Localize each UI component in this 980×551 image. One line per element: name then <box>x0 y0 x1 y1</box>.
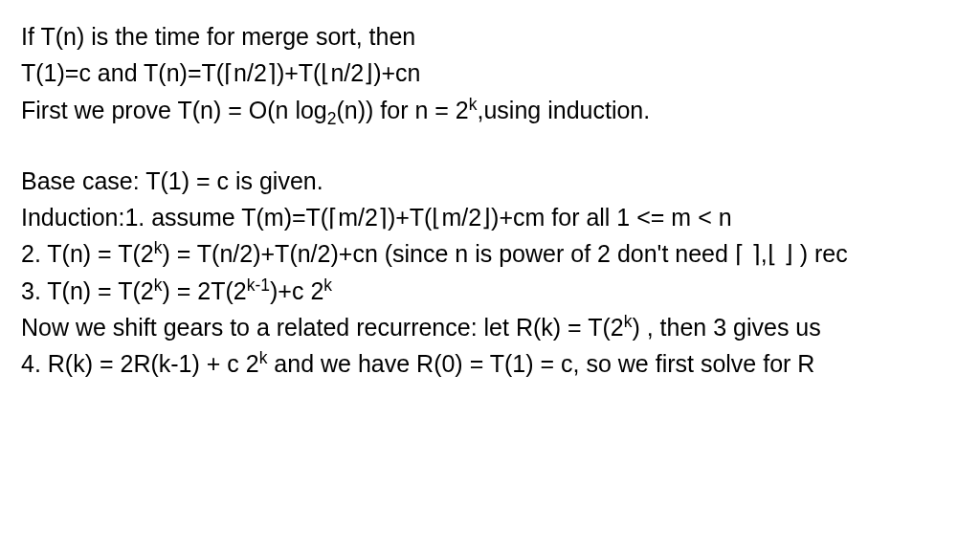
text: )+c 2 <box>270 277 323 304</box>
floor-open: ⌊ <box>768 240 777 267</box>
floor-open: ⌊ <box>321 59 330 86</box>
proof-line-7: 3. T(n) = T(2k) = 2T(2k-1)+c 2k <box>21 274 959 308</box>
text: (n)) for n = 2 <box>337 97 469 123</box>
superscript: k-1 <box>247 275 270 294</box>
superscript: k <box>469 94 478 113</box>
text: m/2 <box>441 204 481 231</box>
text: n/2 <box>234 59 267 86</box>
text: )+T( <box>277 59 322 86</box>
ceil-open: ⌈ <box>224 59 234 86</box>
text: ,using induction. <box>478 97 651 123</box>
text: )+T( <box>388 204 433 231</box>
proof-line-6: 2. T(n) = T(2k) = T(n/2)+T(n/2)+cn (sinc… <box>21 236 959 271</box>
text: Now we shift gears to a related recurren… <box>21 314 624 341</box>
text: m/2 <box>338 204 378 231</box>
text <box>745 240 751 267</box>
text: T(1)=c and T(n)=T( <box>21 59 224 86</box>
proof-line-1: If T(n) is the time for merge sort, then <box>21 19 959 54</box>
text: 4. R(k) = 2R(k-1) + c 2 <box>21 350 259 377</box>
spacer <box>21 129 959 164</box>
floor-open: ⌊ <box>432 204 441 231</box>
proof-line-5: Induction:1. assume T(m)=T(⌈m/2⌉)+T(⌊m/2… <box>21 200 959 234</box>
ceil-open: ⌈ <box>328 204 338 231</box>
superscript: k <box>323 275 332 294</box>
text: First we prove T(n) = O(n log <box>21 97 327 123</box>
text <box>777 240 784 267</box>
text: n/2 <box>330 59 364 86</box>
text: )+cm for all 1 <= m < n <box>491 204 732 231</box>
text: ) , then 3 gives us <box>632 314 820 341</box>
text: Induction:1. assume T(m)=T( <box>21 204 328 231</box>
ceil-open: ⌈ <box>735 240 745 267</box>
ceil-close: ⌉ <box>378 204 388 231</box>
floor-close: ⌋ <box>481 204 491 231</box>
text: , <box>761 240 768 267</box>
text: )+cn <box>373 59 420 86</box>
proof-line-4: Base case: T(1) = c is given. <box>21 164 959 198</box>
text: Base case: T(1) = c is given. <box>21 167 323 194</box>
text: ) rec <box>793 240 848 267</box>
floor-close: ⌋ <box>784 240 793 267</box>
proof-line-9: 4. R(k) = 2R(k-1) + c 2k and we have R(0… <box>21 346 959 381</box>
text: 3. T(n) = T(2 <box>21 277 154 304</box>
text: 2. T(n) = T(2 <box>21 240 154 267</box>
text: ) = T(n/2)+T(n/2)+cn (since n is power o… <box>162 240 734 267</box>
ceil-close: ⌉ <box>267 59 277 86</box>
subscript: 2 <box>327 109 337 128</box>
proof-line-3: First we prove T(n) = O(n log2(n)) for n… <box>21 93 959 127</box>
text: and we have R(0) = T(1) = c, so we first… <box>267 350 814 377</box>
floor-close: ⌋ <box>364 59 373 86</box>
proof-line-2: T(1)=c and T(n)=T(⌈n/2⌉)+T(⌊n/2⌋)+cn <box>21 55 959 90</box>
text: If T(n) is the time for merge sort, then <box>21 23 415 50</box>
proof-line-8: Now we shift gears to a related recurren… <box>21 310 959 344</box>
text: ) = 2T(2 <box>162 277 246 304</box>
ceil-close: ⌉ <box>751 240 761 267</box>
